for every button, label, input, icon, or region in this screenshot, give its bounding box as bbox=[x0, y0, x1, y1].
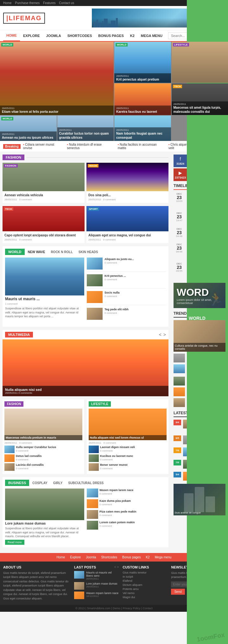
lifestyle-list-2[interactable]: Kucibus eu laoreet nunc 0 comment bbox=[89, 454, 167, 462]
business-content: Lore jukam mase dumas Suspendisse at lib… bbox=[5, 489, 166, 545]
footer-nav-bonus[interactable]: Bonus pages bbox=[122, 556, 141, 559]
hero-item-4[interactable]: 26/05/2011 Karetra faucibus eu laoreet bbox=[114, 83, 171, 115]
sport-card[interactable]: SPORT Aliquam eget arcu magna, vel congu… bbox=[86, 206, 168, 243]
biz-li-thumb-1 bbox=[87, 489, 98, 497]
facebook-icon: f bbox=[180, 156, 181, 161]
nav-bonus[interactable]: BONUS PAGES bbox=[95, 31, 127, 41]
fashion-list-2[interactable]: Detus lad convallis 0 comment bbox=[4, 454, 82, 462]
mm-next[interactable]: > bbox=[163, 332, 166, 337]
footer-post-1[interactable]: Mauris ut mauris vel libero sero 26/05/2… bbox=[74, 571, 119, 580]
breaking-item-3[interactable]: Nulla facilisis in accumsan mattis bbox=[118, 143, 165, 150]
footer-link-4[interactable]: Dictum aliquam bbox=[123, 583, 167, 586]
biz-li-thumb-4 bbox=[87, 521, 98, 530]
review-score-2: 8/5 bbox=[174, 435, 181, 441]
footer-post-2[interactable]: Lore jukam mase dumas 26/05/2011 bbox=[74, 582, 119, 590]
hero-item-7[interactable]: 26/05/2011 Curabitur luctus tortor non q… bbox=[57, 116, 114, 141]
lifestyle-dual-caption: Nulla aliquam nisi sed lorem rhoncus ul bbox=[89, 435, 167, 440]
world-tab-2[interactable]: ROCK N ROLL bbox=[48, 249, 75, 255]
world-tab-1[interactable]: NEW WAVE bbox=[25, 249, 48, 255]
nav-mega[interactable]: MEGA MENU bbox=[138, 31, 166, 41]
lifestyle-list3-info: Bener senver munst 0 comment bbox=[100, 463, 128, 470]
biz-readmore-btn[interactable]: Read more bbox=[5, 540, 24, 545]
hero-item-main[interactable]: WORLD 26/05/2011 Etiam vitae lorem at fe… bbox=[0, 42, 114, 115]
mm-prev[interactable]: < bbox=[159, 332, 162, 337]
social-facebook[interactable]: f 31824 bbox=[174, 155, 187, 167]
hero-item-5[interactable]: TECH 26/05/2011 Maecenas sit amet ligula… bbox=[172, 83, 228, 115]
footer-link-1[interactable]: Gius mattis tenetur bbox=[123, 571, 167, 574]
biz-tab-3[interactable]: SUBCULTURAL DRESS bbox=[66, 480, 106, 486]
fashion-card1-badge: FASHION bbox=[4, 164, 18, 167]
hero-caption-6: 26/05/2011 Aenean eu justo eu ipsum ultr… bbox=[0, 131, 57, 141]
breaking-label: Breaking bbox=[3, 144, 21, 149]
hero-badge-1: WORLD bbox=[1, 43, 13, 46]
biz-li-info-1: Wasen mpam larem nace 0 comment bbox=[99, 489, 133, 495]
world-main-title: Mauris ut mauris ... bbox=[5, 297, 84, 301]
footer-link-6[interactable]: Vel nemo bbox=[123, 592, 167, 595]
biz-list-3[interactable]: Piza caten mes pede makin 0 comment bbox=[87, 510, 166, 519]
world-main: Mauris ut mauris ... 1 comment Suspendis… bbox=[5, 258, 84, 324]
fashion-list-1[interactable]: Xulla semper Curabitur lucius 0 comment bbox=[4, 446, 82, 453]
nav-explore[interactable]: EXPLORE bbox=[20, 31, 43, 41]
trending-main-image[interactable]: Cultura antelat de congue, nec nu consel… bbox=[174, 320, 225, 352]
trending-main-caption: Cultura antelat de congue, nec nu consel… bbox=[174, 343, 225, 352]
fashion-list-3[interactable]: Lacinia did convallis 0 comment bbox=[4, 463, 82, 471]
breaking-item-1[interactable]: Cólara senver munst onvise bbox=[23, 143, 63, 150]
wli-info-4: Teg pede elit nibh 0 comment bbox=[104, 308, 129, 320]
hero-caption-5: 26/05/2011 Maecenas sit amet ligula turp… bbox=[172, 101, 228, 115]
footer-nav-home[interactable]: Home bbox=[57, 556, 65, 559]
footer-nav-k2[interactable]: K2 bbox=[146, 556, 149, 559]
hero-item-8[interactable]: 26/05/2011 Nam lobortis feugiat quam nec… bbox=[114, 116, 171, 141]
footer-nav-joomla[interactable]: Joomla bbox=[86, 556, 96, 559]
tech-card[interactable]: TECH Capo optent lonpt ancipasqu obl sto… bbox=[3, 206, 85, 243]
tech-badge: TECH bbox=[4, 207, 13, 211]
fashion-card-1[interactable]: FASHION Aenean vehicula vehicula 26/05/2… bbox=[3, 163, 85, 203]
footer-link-7[interactable]: Magni dui bbox=[123, 596, 167, 599]
hero-item-6[interactable]: WORLD 26/05/2011 Aenean eu justo eu ipsu… bbox=[0, 116, 57, 141]
top-link-themes[interactable]: Purchase themes bbox=[15, 1, 40, 5]
world-list-item-2[interactable]: Krit penectus ... 0 comment bbox=[87, 274, 166, 289]
hero-item-3[interactable]: LIFESTYLE bbox=[172, 42, 228, 83]
footer-link-2[interactable]: In iucipit bbox=[123, 575, 167, 578]
nav-shortcodes[interactable]: SHORTCODES bbox=[64, 31, 95, 41]
nav-home[interactable]: HOME bbox=[3, 30, 20, 41]
biz-list-1[interactable]: Wasen mpam larem nace 0 comment bbox=[87, 489, 166, 497]
nav-joomla[interactable]: JOOMLA bbox=[43, 31, 64, 41]
top-link-contact[interactable]: Contact us bbox=[59, 1, 74, 5]
wli-info-2: Krit penectus ... 0 comment bbox=[104, 274, 126, 286]
lifestyle-list-3[interactable]: Bener senver munst 0 comment bbox=[89, 463, 167, 471]
fashion-dual-label: FASHION bbox=[4, 401, 23, 407]
newsletter-submit-btn[interactable]: Send bbox=[171, 589, 185, 595]
breaking-item-2[interactable]: Nulla interdum df erase senectus bbox=[67, 143, 114, 150]
footer-nav-mega[interactable]: Mega menu bbox=[155, 556, 172, 559]
footer-post-3[interactable]: Wasen mpam larem nace 16/12/2012 bbox=[74, 592, 119, 599]
fashion-card-2[interactable]: IMAGE Dos sina poli... 26/05/2010 0 comm… bbox=[86, 163, 168, 203]
fashion-dual-meta: 26/09/2011 0 comment bbox=[4, 441, 82, 444]
world-tab-3[interactable]: SKIN HEADS bbox=[76, 249, 101, 255]
top-link-features[interactable]: Features bbox=[43, 1, 55, 5]
logo-bracket: | bbox=[6, 15, 9, 21]
top-link-home[interactable]: Home bbox=[3, 1, 12, 5]
nav-k2[interactable]: K2 bbox=[127, 31, 138, 41]
world-list-item-4[interactable]: Teg pede elit nibh 0 comment bbox=[87, 308, 166, 322]
footer-link-5[interactable]: Potents arcu bbox=[123, 587, 167, 591]
fp-info-1: Mauris ut mauris vel libero sero 26/05/2… bbox=[86, 571, 119, 580]
biz-tab-2[interactable]: GIRLY bbox=[51, 480, 65, 486]
fashion-dual-header: FASHION bbox=[4, 401, 82, 407]
world-label: WORLD bbox=[5, 249, 25, 255]
hero-badge-3: LIFESTYLE bbox=[173, 43, 189, 46]
world-list-item-3[interactable]: Socis nulla 0 comment bbox=[87, 291, 166, 305]
footer-nav-explore[interactable]: Explore bbox=[70, 556, 81, 559]
lifestyle-list-1[interactable]: Laoreet digen nissam veli 0 comment bbox=[89, 446, 167, 453]
biz-tab-1[interactable]: COSPLAY bbox=[30, 480, 50, 486]
footer-nav-shortcodes[interactable]: Shortcodes bbox=[101, 556, 117, 559]
world-list-item-1[interactable]: Aliquam eu justo eu... 0 comment bbox=[87, 258, 166, 272]
hero-item-2[interactable]: WORLD 26/05/2011 Krit penectus alquet pr… bbox=[114, 42, 171, 83]
footer-about-title: ABOUT US bbox=[3, 565, 70, 569]
biz-list-2[interactable]: Kaze duma piza pokam 0 comment bbox=[87, 499, 166, 508]
site-logo[interactable]: |LIFEMAG bbox=[3, 13, 45, 24]
multimedia-main-image[interactable]: Nulla aliquam nisi sed 26/05/2011 0 comm… bbox=[3, 339, 168, 396]
biz-list-4[interactable]: Lorem caten potem makin 0 comment bbox=[87, 521, 166, 530]
footer-link-3[interactable]: Elafend bbox=[123, 579, 167, 582]
tl-date-4: DEC 23 09:56 bbox=[174, 243, 185, 260]
social-youtube[interactable]: ▶ 2373423 bbox=[174, 168, 187, 181]
